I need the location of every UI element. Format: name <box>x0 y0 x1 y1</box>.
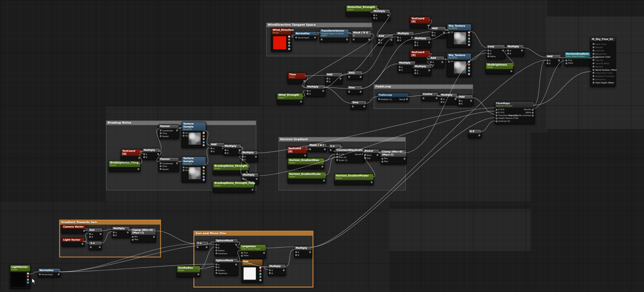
output-pin-row[interactable] <box>313 36 316 39</box>
input-pin-icon[interactable] <box>397 37 399 38</box>
output-pin-icon[interactable] <box>532 112 533 113</box>
sky-texture-2-header[interactable]: Sky_TextureParam2D <box>447 54 471 60</box>
add-6-header[interactable]: Add <box>458 95 473 99</box>
input-pin-icon[interactable] <box>216 267 217 268</box>
mask-rg-header[interactable]: Mask ( R G ) <box>352 31 371 37</box>
output-pin-icon[interactable] <box>346 39 348 40</box>
input-pin-row[interactable]: Speed <box>160 135 173 138</box>
input-pin-row[interactable]: B <box>269 272 273 274</box>
input-pin-icon[interactable] <box>269 272 271 274</box>
input-pin-icon[interactable] <box>399 69 400 71</box>
cosine-1-header[interactable]: Cosine <box>422 92 438 96</box>
input-pin-icon[interactable] <box>216 253 217 254</box>
input-pin-icon[interactable] <box>496 109 497 110</box>
output-pin-icon[interactable] <box>324 149 326 150</box>
clamp-2[interactable]: Clamp (Min=0) (Max=1)MinMax <box>131 228 156 243</box>
multiply-6-header[interactable]: Multiply <box>506 45 524 49</box>
input-pin-icon[interactable] <box>488 50 489 51</box>
input-pin-row[interactable]: A <box>242 156 246 158</box>
material-input-row[interactable]: Opacity <box>591 58 614 62</box>
input-pin-icon[interactable] <box>381 158 383 160</box>
spheremask-2[interactable]: SphereMaskABRadiusHardness <box>214 258 238 276</box>
lerp-1[interactable]: LerpABAlpha <box>486 44 505 59</box>
output-pin-icon[interactable] <box>502 50 504 51</box>
texcoord-2-header[interactable]: TexCoord [0] <box>410 51 430 57</box>
output-pin-icon[interactable] <box>558 60 560 61</box>
input-pin-icon[interactable] <box>414 45 416 46</box>
wind-strength[interactable]: Wind_StrengthParam <box>277 93 303 104</box>
output-pin-icon[interactable] <box>411 37 413 38</box>
output-pin-row[interactable] <box>469 100 472 102</box>
input-pin-row[interactable]: B <box>211 150 214 153</box>
input-pin-row[interactable]: A <box>216 244 227 246</box>
input-pin-row[interactable]: A <box>269 269 273 272</box>
input-pin-row[interactable]: Min <box>381 158 388 160</box>
output-pin-icon[interactable] <box>404 158 405 160</box>
output-pin-row[interactable] <box>282 269 285 272</box>
input-pin-row[interactable]: B <box>242 159 246 161</box>
multiply-2[interactable]: MultiplyAB <box>396 31 414 43</box>
output-pin-row[interactable] <box>510 70 512 72</box>
comment-gradient-towards-sun-titlebar[interactable]: Gradient Towards Sun <box>60 220 160 225</box>
input-pin-row[interactable]: B <box>441 101 444 103</box>
input-pin-row[interactable]: UVs <box>183 166 188 169</box>
comment-breakup-noise-titlebar[interactable]: Breakup Noise <box>106 121 256 125</box>
input-pin-icon[interactable] <box>216 264 217 265</box>
output-pin-row[interactable] <box>368 38 370 41</box>
input-pin-row[interactable] <box>321 38 323 41</box>
output-pin-icon[interactable] <box>340 78 341 79</box>
input-pin-icon[interactable] <box>373 17 375 19</box>
output-pin-icon[interactable] <box>27 278 29 281</box>
constantbiasscale[interactable]: ConstantBiasScaleIn (0)Bias (0)Scale (1)… <box>335 148 365 163</box>
input-pin-icon[interactable] <box>430 61 432 63</box>
output-pin-icon[interactable] <box>406 98 408 100</box>
output-pin-row[interactable] <box>99 233 102 235</box>
input-pin-icon[interactable] <box>336 159 338 161</box>
input-pin-icon[interactable] <box>309 149 311 150</box>
output-pin-icon[interactable] <box>468 73 470 75</box>
input-pin-icon[interactable] <box>242 156 244 158</box>
output-pin-icon[interactable] <box>364 106 365 107</box>
input-pin-row[interactable]: True <box>566 59 573 61</box>
input-pin-icon[interactable] <box>593 50 594 51</box>
output-pin-icon[interactable] <box>27 275 29 278</box>
input-pin-icon[interactable] <box>459 103 460 105</box>
output-pin-icon[interactable] <box>323 90 324 92</box>
input-pin-icon[interactable] <box>378 39 380 41</box>
input-pin-row[interactable]: B <box>143 156 147 159</box>
input-pin-row[interactable]: A <box>243 178 247 180</box>
normalize-2[interactable]: NormalizeVectorInput <box>38 268 61 277</box>
input-pin-row[interactable]: Scale (1) <box>336 159 348 161</box>
material-input-row[interactable]: Subsurface Color <box>591 71 614 74</box>
oneminus-1-header[interactable]: 1-x <box>329 144 341 148</box>
skybrightness-header[interactable]: SkyBrightnessParam <box>486 63 513 69</box>
multiply-2-header[interactable]: Multiply <box>396 32 414 35</box>
output-pin-row[interactable] <box>197 273 199 275</box>
input-pin-row[interactable]: In (0) <box>336 153 348 156</box>
texcoord-2[interactable]: TexCoord [0] <box>410 50 431 62</box>
input-pin-icon[interactable] <box>414 73 416 74</box>
wind-direction-param[interactable]: Wind_DirectionParam <box>271 28 292 52</box>
spheremask-1-header[interactable]: SphereMask <box>215 239 238 243</box>
input-pin-icon[interactable] <box>593 43 594 45</box>
output-pin-icon[interactable] <box>206 247 207 248</box>
input-pin-row[interactable] <box>330 149 332 151</box>
multiply-11-header[interactable]: Multiply <box>241 151 258 155</box>
output-pin-icon[interactable] <box>288 41 290 44</box>
comment-fadeloop-titlebar[interactable]: FadeLoop <box>374 85 473 89</box>
output-pin-row[interactable] <box>370 181 372 183</box>
clamp-2-header[interactable]: Clamp (Min=0) (Max=1) <box>131 228 156 235</box>
output-pin-row[interactable] <box>387 14 389 17</box>
input-pin-icon[interactable] <box>295 254 297 256</box>
output-pin-icon[interactable] <box>198 273 199 275</box>
mask-g[interactable]: Mask ( G ) <box>308 143 327 152</box>
output-pin-icon[interactable] <box>27 272 29 275</box>
input-pin-icon[interactable] <box>216 250 217 251</box>
output-pin-icon[interactable] <box>259 279 262 281</box>
input-pin-row[interactable]: A <box>89 233 93 235</box>
multiply-7[interactable]: MultiplyAB <box>306 85 326 97</box>
add-4-header[interactable]: Add <box>546 55 561 58</box>
add-2[interactable]: AddAB <box>430 26 446 38</box>
output-pin-icon[interactable] <box>304 155 306 156</box>
output-pin-icon[interactable] <box>283 269 285 271</box>
